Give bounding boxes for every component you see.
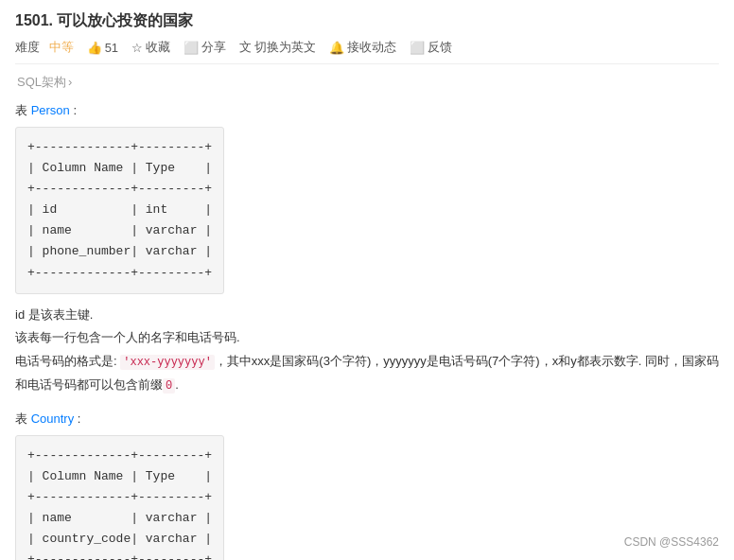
- person-description: id 是该表主键. 该表每一行包含一个人的名字和电话号码. 电话号码的格式是: …: [15, 304, 719, 397]
- person-table-code: +-------------+---------+ | Column Name …: [15, 127, 224, 294]
- star-icon: ☆: [131, 41, 143, 55]
- prefix-zero-code: 0: [163, 378, 175, 394]
- person-desc-1: id 是该表主键.: [15, 304, 719, 327]
- person-desc-3: 电话号码的格式是: 'xxx-yyyyyyy'，其中xxx是国家码(3个字符)，…: [15, 350, 719, 397]
- bell-icon: 🔔: [329, 41, 344, 55]
- page-container: 1501. 可以放心投资的国家 难度 中等 👍 51 ☆ 收藏 ⬜ 分享 文 切…: [0, 0, 734, 560]
- translate-icon: 文: [239, 39, 252, 56]
- difficulty-label: 难度 中等: [15, 39, 74, 56]
- thumbs-up-icon: 👍: [87, 41, 102, 55]
- person-table-name: Person: [31, 103, 70, 117]
- difficulty-badge: 中等: [49, 39, 74, 56]
- feedback-icon: ⬜: [410, 41, 425, 55]
- footer-credit: CSDN @SSS4362: [624, 535, 719, 549]
- page-title: 1501. 可以放心投资的国家: [15, 11, 719, 31]
- feedback-button[interactable]: ⬜ 反馈: [410, 39, 452, 56]
- switch-lang-button[interactable]: 文 切换为英文: [239, 39, 316, 56]
- breadcrumb[interactable]: SQL架构›: [15, 74, 719, 91]
- likes-item: 👍 51: [87, 41, 118, 55]
- person-table-label: 表 Person :: [15, 102, 719, 119]
- person-desc-2: 该表每一行包含一个人的名字和电话号码.: [15, 326, 719, 350]
- collect-button[interactable]: ☆ 收藏: [131, 39, 170, 56]
- title-text: 1501. 可以放心投资的国家: [15, 12, 193, 28]
- country-table-name: Country: [31, 411, 75, 426]
- share-icon: ⬜: [184, 41, 199, 55]
- subscribe-button[interactable]: 🔔 接收动态: [329, 39, 396, 56]
- country-table-label: 表 Country :: [15, 411, 719, 428]
- share-button[interactable]: ⬜ 分享: [184, 39, 226, 56]
- toolbar: 难度 中等 👍 51 ☆ 收藏 ⬜ 分享 文 切换为英文 🔔 接收动态 ⬜ 反馈: [15, 39, 719, 64]
- country-table-code: +-------------+---------+ | Column Name …: [15, 435, 224, 560]
- phone-format-code: 'xxx-yyyyyyy': [120, 355, 215, 370]
